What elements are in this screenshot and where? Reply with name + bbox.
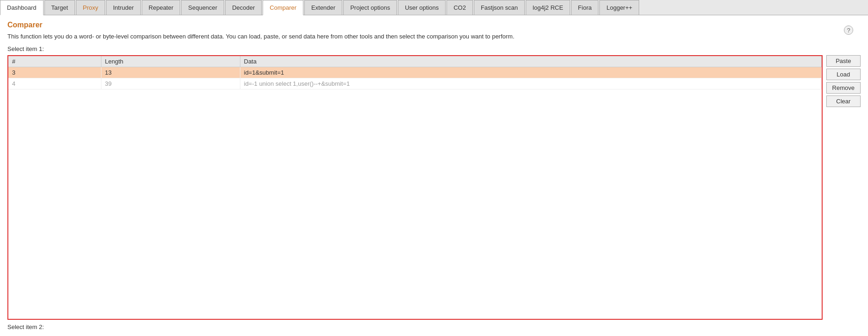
header-section: Comparer This function lets you do a wor…	[7, 21, 861, 45]
tab-sequencer[interactable]: Sequencer	[181, 0, 224, 15]
tab-dashboard[interactable]: Dashboard	[0, 0, 44, 15]
cell-data: id=1&submit=1	[240, 67, 821, 78]
button-panel: Paste Load Remove Clear	[823, 55, 861, 320]
table-header-row: # Length Data	[8, 56, 821, 67]
data-table-container[interactable]: # Length Data 3 13 id=1&submit=1 4 39 id…	[7, 55, 823, 320]
select-item2-label: Select item 2:	[7, 323, 861, 330]
cell-length: 39	[101, 78, 240, 89]
load-button[interactable]: Load	[826, 69, 861, 80]
tab-repeater[interactable]: Repeater	[142, 0, 180, 15]
tab-extender[interactable]: Extender	[304, 0, 342, 15]
remove-button[interactable]: Remove	[826, 82, 861, 94]
col-header-length: Length	[101, 56, 240, 67]
tab-fastjson-scan[interactable]: Fastjson scan	[474, 0, 525, 15]
tab-decoder[interactable]: Decoder	[225, 0, 262, 15]
help-icon[interactable]: ?	[844, 25, 853, 35]
col-header-data: Data	[240, 56, 821, 67]
cell-length: 13	[101, 67, 240, 78]
col-header-num: #	[8, 56, 101, 67]
main-content: Comparer This function lets you do a wor…	[0, 15, 868, 336]
description: This function lets you do a word- or byt…	[7, 33, 861, 40]
paste-button[interactable]: Paste	[826, 55, 861, 67]
tab-user-options[interactable]: User options	[398, 0, 446, 15]
tab-target[interactable]: Target	[44, 0, 75, 15]
tab-project-options[interactable]: Project options	[343, 0, 397, 15]
table-row[interactable]: 4 39 id=-1 union select 1,user()--+&subm…	[8, 78, 821, 89]
select-item1-label: Select item 1:	[7, 45, 861, 52]
page-title: Comparer	[7, 21, 861, 29]
tab-bar: Dashboard Target Proxy Intruder Repeater…	[0, 0, 868, 15]
tab-intruder[interactable]: Intruder	[106, 0, 141, 15]
tab-logger-plus[interactable]: Logger++	[599, 0, 639, 15]
data-table: # Length Data 3 13 id=1&submit=1 4 39 id…	[8, 56, 822, 89]
tab-log4j2-rce[interactable]: log4j2 RCE	[526, 0, 570, 15]
cell-num: 4	[8, 78, 101, 89]
tab-co2[interactable]: CO2	[447, 0, 473, 15]
table-area: # Length Data 3 13 id=1&submit=1 4 39 id…	[7, 55, 861, 320]
table-row[interactable]: 3 13 id=1&submit=1	[8, 67, 821, 78]
tab-proxy[interactable]: Proxy	[76, 0, 105, 15]
tab-fiora[interactable]: Fiora	[571, 0, 599, 15]
cell-data: id=-1 union select 1,user()--+&submit=1	[240, 78, 821, 89]
clear-button[interactable]: Clear	[826, 95, 861, 107]
cell-num: 3	[8, 67, 101, 78]
tab-comparer[interactable]: Comparer	[263, 0, 303, 15]
